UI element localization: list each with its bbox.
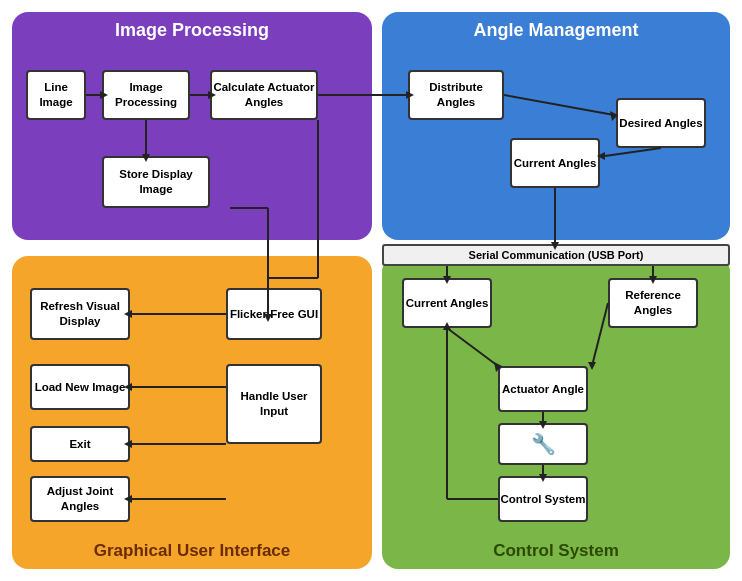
calculate-actuator-box: Calculate Actuator Angles: [210, 70, 318, 120]
desired-angles-box: Desired Angles: [616, 98, 706, 148]
control-system-title: Control System: [382, 541, 730, 561]
store-display-box: Store Display Image: [102, 156, 210, 208]
reference-angles-box: Reference Angles: [608, 278, 698, 328]
diagram: Image Processing Angle Management Graphi…: [8, 8, 734, 573]
main-container: Image Processing Angle Management Graphi…: [0, 0, 742, 581]
line-image-box: Line Image: [26, 70, 86, 120]
serial-communication-bar: Serial Communication (USB Port): [382, 244, 730, 266]
image-processing-title: Image Processing: [20, 20, 364, 41]
chip-icon-box: 🔧: [498, 423, 588, 465]
gui-title: Graphical User Interface: [12, 541, 372, 561]
image-processing-box: Image Processing: [102, 70, 190, 120]
actuator-angle-box: Actuator Angle: [498, 366, 588, 412]
current-angles-cs-box: Current Angles: [402, 278, 492, 328]
adjust-joint-box: Adjust Joint Angles: [30, 476, 130, 522]
distribute-angles-box: Distribute Angles: [408, 70, 504, 120]
exit-box: Exit: [30, 426, 130, 462]
refresh-visual-box: Refresh Visual Display: [30, 288, 130, 340]
angle-management-title: Angle Management: [390, 20, 722, 41]
current-angles-am-box: Current Angles: [510, 138, 600, 188]
flicker-free-box: Flicker Free GUI: [226, 288, 322, 340]
chip-icon: 🔧: [531, 431, 556, 457]
control-system-inner-box: Control System: [498, 476, 588, 522]
handle-user-input-box: Handle User Input: [226, 364, 322, 444]
load-new-image-box: Load New Image: [30, 364, 130, 410]
